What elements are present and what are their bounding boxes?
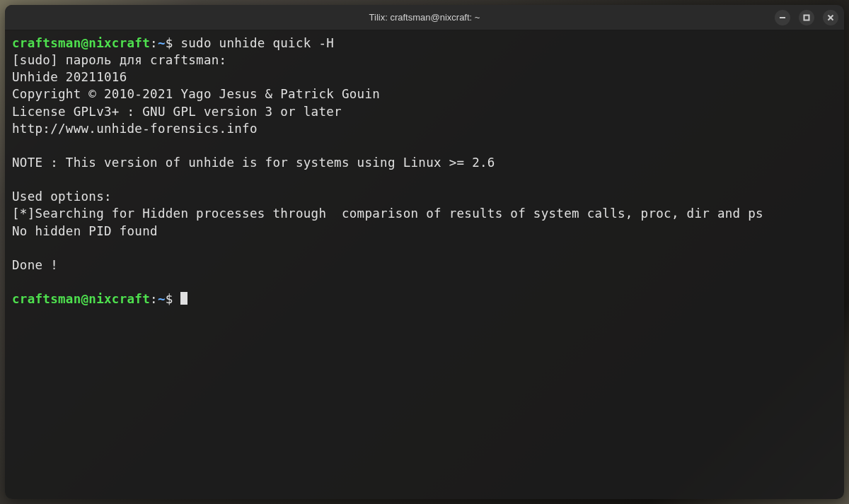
terminal-body[interactable]: craftsman@nixcraft:~$ sudo unhide quick … (5, 30, 844, 499)
prompt-user-host: craftsman@nixcraft (12, 292, 150, 306)
output-line: No hidden PID found (12, 224, 158, 238)
cursor (180, 292, 187, 305)
prompt-user-host: craftsman@nixcraft (12, 36, 150, 50)
command-text: sudo unhide quick -H (180, 36, 334, 50)
prompt-dollar: $ (166, 292, 181, 306)
output-line: Copyright © 2010-2021 Yago Jesus & Patri… (12, 87, 380, 101)
minimize-button[interactable] (775, 10, 790, 25)
output-line: [*]Searching for Hidden processes throug… (12, 206, 763, 221)
prompt-dollar: $ (166, 36, 181, 50)
prompt-path: ~ (158, 292, 166, 306)
prompt-line-2: craftsman@nixcraft:~$ (12, 292, 180, 306)
prompt-line-1: craftsman@nixcraft:~$ sudo unhide quick … (12, 36, 334, 50)
output-line: http://www.unhide-forensics.info (12, 122, 258, 136)
window-controls (775, 10, 838, 25)
svg-rect-1 (804, 15, 809, 20)
output-line: Unhide 20211016 (12, 70, 127, 84)
prompt-path: ~ (158, 36, 166, 50)
maximize-button[interactable] (799, 10, 814, 25)
output-line: License GPLv3+ : GNU GPL version 3 or la… (12, 105, 342, 119)
window-title: Tilix: craftsman@nixcraft: ~ (369, 12, 480, 23)
output-line: NOTE : This version of unhide is for sys… (12, 156, 495, 170)
prompt-separator: : (150, 292, 158, 306)
close-button[interactable] (823, 10, 838, 25)
minimize-icon (779, 14, 786, 21)
output-line: [sudo] пароль для craftsman: (12, 53, 234, 67)
maximize-icon (803, 14, 810, 21)
prompt-separator: : (150, 36, 158, 50)
output-line: Used options: (12, 189, 120, 204)
close-icon (827, 14, 834, 21)
titlebar[interactable]: Tilix: craftsman@nixcraft: ~ (5, 5, 844, 30)
terminal-window: Tilix: craftsman@nixcraft: ~ craftsman@n… (5, 5, 844, 499)
output-line: Done ! (12, 258, 58, 272)
